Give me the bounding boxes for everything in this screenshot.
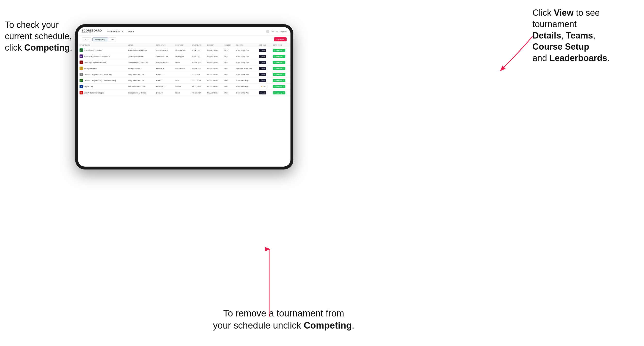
cell-division: NCAA Division I <box>206 77 223 84</box>
cell-city: Phoenix, AZ <box>155 65 174 71</box>
competing-button[interactable]: Competing ✓ <box>273 55 286 58</box>
team-logo: 🦅 <box>80 48 83 52</box>
cell-division: NCAA Division I <box>206 71 223 77</box>
cell-city: Maricopa, AZ <box>155 84 174 90</box>
cell-scoring: team, Stroke Play <box>235 47 257 53</box>
view-button[interactable]: View ℹ <box>259 91 266 94</box>
event-name-text: 2023 Sahalee Players Championship <box>84 55 110 57</box>
competing-button[interactable]: Competing ✓ <box>273 91 286 94</box>
competing-button[interactable]: Competing ✓ <box>273 85 286 88</box>
team-logo: H <box>80 91 83 94</box>
cell-event-name: ⚙ Jackson T. Stephens Cup – Stroke Play <box>78 71 126 77</box>
arrow-bottom-to-competing <box>260 244 279 322</box>
cell-actions: View ℹ <box>258 90 272 96</box>
competing-button[interactable]: Competing ✓ <box>273 49 286 52</box>
col-actions: ACTIONS <box>258 43 272 47</box>
view-button[interactable]: View ℹ <box>259 49 266 52</box>
cell-venue: Sahalee Country Club <box>126 53 155 59</box>
view-button[interactable]: View ℹ <box>259 55 266 58</box>
cell-division: NCAA Division I <box>206 59 223 65</box>
cell-competing: Competing ✓ <box>271 77 290 84</box>
tab-competing[interactable]: Competing <box>92 37 108 41</box>
table-row: ⚙ Jackson T. Stephens Cup – Stroke Play … <box>78 71 290 77</box>
cell-gender: Men <box>223 84 235 90</box>
cell-event-name: 🌿 Jackson T. Stephens Cup – Men's Match … <box>78 77 126 84</box>
tablet-device: SCOREBOARD Powered by clippi TOURNAMENTS… <box>75 24 294 170</box>
team-logo: A <box>80 85 83 88</box>
nav-right: Test User Sign out <box>266 30 286 33</box>
cell-actions: View ℹ <box>258 53 272 59</box>
table-row: 🏌 Papago Individual Papago Golf Club Pho… <box>78 65 290 71</box>
annotation-coursesetup-bold: Course Setup <box>532 42 589 52</box>
col-start: START DATE <box>190 43 206 47</box>
table-row: 🦅 Folds of Honor Collegiate American Dun… <box>78 47 290 53</box>
cell-division: NCAA Division I <box>206 65 223 71</box>
cell-event-name: 🦅 Folds of Honor Collegiate <box>78 47 126 53</box>
brand-name: SCOREBOARD <box>82 29 102 32</box>
cell-scoring: team, Match Play <box>235 84 257 90</box>
cell-city: Olympia Fields, IL <box>155 59 174 65</box>
col-competing: COMPETING <box>271 43 290 47</box>
event-name-text: Jackson T. Stephens Cup – Stroke Play <box>84 74 112 75</box>
cell-division: NCAA Division I <box>206 47 223 53</box>
competing-button[interactable]: Competing ✓ <box>273 73 286 76</box>
view-button[interactable]: View ℹ <box>259 79 266 82</box>
tab-all[interactable]: All <box>109 37 116 41</box>
edit-button[interactable]: ✏️ Edit <box>259 85 268 88</box>
annotation-leaderboards-bold: Leaderboards <box>550 53 607 63</box>
table-row: 🌿 Jackson T. Stephens Cup – Men's Match … <box>78 77 290 84</box>
event-name-text: John A. Burns Intercollegiate <box>84 92 104 94</box>
cell-competing: Competing ✓ <box>271 90 290 96</box>
cell-start: Sep 4, 2023 <box>190 47 206 53</box>
cell-city: Grand Haven, MI <box>155 47 174 53</box>
team-logo: W <box>80 54 83 58</box>
cell-event-name: H John A. Burns Intercollegiate <box>78 90 126 96</box>
competing-button[interactable]: Competing ✓ <box>273 61 286 64</box>
filter-bar: Ho... Competing All + Create <box>78 36 290 43</box>
cell-start: Sep 15, 2023 <box>190 59 206 65</box>
cell-start: Oct 11, 2023 <box>190 77 206 84</box>
table-row: A Copper Cup Ak-Chin Southern Dunes Mari… <box>78 84 290 90</box>
cell-hosted: Washington <box>174 53 190 59</box>
competing-button[interactable]: Competing ✓ <box>273 67 286 70</box>
cell-gender: Men <box>223 90 235 96</box>
cell-hosted: ABAC <box>174 77 190 84</box>
cell-competing: Competing ✓ <box>271 65 290 71</box>
cell-actions: View ℹ <box>258 47 272 53</box>
team-logo: ⚙ <box>80 73 83 76</box>
cell-hosted: Michigan State <box>174 47 190 53</box>
cell-city: Sammamish, WA <box>155 53 174 59</box>
view-button[interactable]: View ℹ <box>259 73 266 76</box>
create-button[interactable]: + Create <box>274 37 286 41</box>
cell-hosted: Arizona <box>174 84 190 90</box>
cell-division: NCAA Division I <box>206 84 223 90</box>
cell-hosted <box>174 71 190 77</box>
tab-home[interactable]: Ho... <box>82 37 92 41</box>
cell-venue: Trinity Forest Golf Club <box>126 77 155 84</box>
cell-event-name: W 2023 Sahalee Players Championship <box>78 53 126 59</box>
view-button[interactable]: View ℹ <box>259 67 266 70</box>
view-button[interactable]: View ℹ <box>259 61 266 64</box>
cell-competing: Competing ✓ <box>271 47 290 53</box>
team-logo: I <box>80 60 83 64</box>
cell-start: Jan 14, 2024 <box>190 84 206 90</box>
competing-button[interactable]: Competing ✓ <box>273 79 286 82</box>
nav-tournaments[interactable]: TOURNAMENTS <box>107 30 123 32</box>
nav-links: TOURNAMENTS TEAMS <box>107 30 266 32</box>
col-event-name: EVENT NAME <box>78 43 126 47</box>
cell-actions: View ℹ <box>258 77 272 84</box>
team-logo: 🌿 <box>80 79 83 82</box>
cell-hosted: Hawaii <box>174 90 190 96</box>
nav-teams[interactable]: TEAMS <box>126 30 134 32</box>
cell-gender: Men <box>223 71 235 77</box>
user-icon <box>266 30 270 33</box>
cell-venue: Ak-Chin Southern Dunes <box>126 84 155 90</box>
cell-venue: Trinity Forest Golf Club <box>126 71 155 77</box>
signout-link[interactable]: Sign out <box>280 30 286 32</box>
cell-competing: Competing ✓ <box>271 84 290 90</box>
cell-venue: Ocean Course At Hokuala <box>126 90 155 96</box>
cell-hosted: Illinois <box>174 59 190 65</box>
cell-venue: American Dunes Golf Club <box>126 47 155 53</box>
cell-gender: Men <box>223 65 235 71</box>
team-logo: 🏌 <box>80 67 83 70</box>
